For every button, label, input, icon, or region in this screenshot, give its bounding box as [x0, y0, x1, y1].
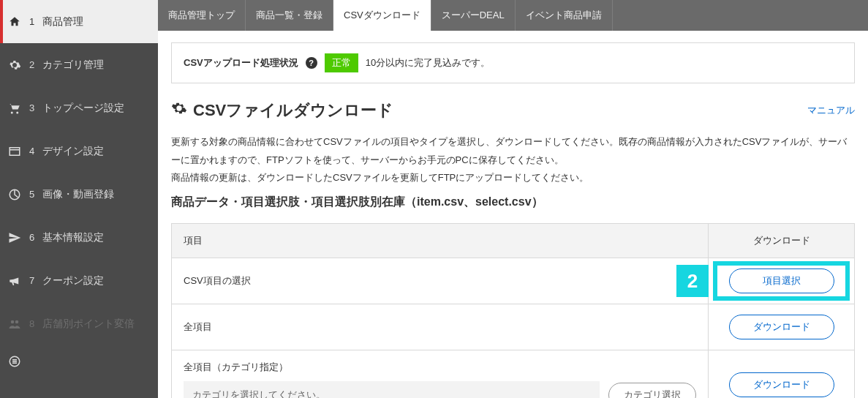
sidebar-item-num: 1 [29, 16, 42, 27]
tab-イベント商品申請[interactable]: イベント商品申請 [516, 0, 613, 31]
table-row: 全項目ダウンロード [172, 304, 855, 350]
upload-status-label: CSVアップロード処理状況 [184, 56, 298, 70]
sidebar-item-num: 6 [29, 232, 42, 243]
table-body: CSV項目の選択項目選択2全項目ダウンロード全項目（カテゴリ指定）カテゴリを選択… [172, 258, 855, 398]
sidebar: 1商品管理2カテゴリ管理3トップページ設定4デザイン設定5画像・動画登録6基本情… [0, 0, 158, 398]
upload-status-box: CSVアップロード処理状況 ? 正常 10分以内に完了見込みです。 [171, 42, 855, 83]
tab-スーパーDEAL[interactable]: スーパーDEAL [431, 0, 516, 31]
svg-point-1 [11, 320, 15, 323]
manual-link[interactable]: マニュアル [807, 104, 855, 117]
sidebar-item-label: クーポン設定 [42, 274, 104, 288]
chart-icon [0, 188, 29, 201]
sidebar-item-基本情報設定[interactable]: 6基本情報設定 [0, 216, 158, 259]
table-row: 全項目（カテゴリ指定）カテゴリを選択してください。カテゴリ選択ダウンロード [172, 350, 855, 398]
sidebar-item-label: デザイン設定 [42, 145, 104, 158]
table-header-item: 項目 [172, 224, 709, 258]
description: 更新する対象の商品情報に合わせてCSVファイルの項目やタイプを選択し、ダウンロー… [171, 133, 855, 187]
page-title-text: CSVファイルダウンロード [193, 100, 393, 121]
svg-point-2 [15, 320, 19, 323]
row-action-cell: ダウンロード [709, 350, 855, 398]
category-select-button[interactable]: カテゴリ選択 [608, 383, 696, 398]
sidebar-item-num: 2 [29, 59, 42, 70]
tab-CSVダウンロード[interactable]: CSVダウンロード [333, 0, 431, 31]
row-label-cell: 全項目 [172, 304, 709, 350]
sidebar-item-num: 8 [29, 318, 42, 329]
sidebar-item-トップページ設定[interactable]: 3トップページ設定 [0, 86, 158, 129]
row-action-cell: 項目選択2 [709, 258, 855, 304]
sidebar-item-label: カテゴリ管理 [42, 59, 104, 72]
sidebar-item-デザイン設定[interactable]: 4デザイン設定 [0, 129, 158, 173]
tab-商品管理トップ[interactable]: 商品管理トップ [158, 0, 246, 31]
sidebar-item-画像・動画登録[interactable]: 5画像・動画登録 [0, 173, 158, 216]
gear-icon [0, 59, 29, 72]
sidebar-item-more[interactable] [0, 345, 158, 378]
download-button[interactable]: ダウンロード [729, 315, 834, 339]
page-title: CSVファイルダウンロード [171, 100, 393, 121]
category-input[interactable]: カテゴリを選択してください。 [184, 381, 600, 398]
list-icon [0, 355, 29, 368]
sidebar-item-label: 商品管理 [42, 15, 83, 29]
select-fields-button[interactable]: 項目選択 [729, 269, 834, 293]
sidebar-item-クーポン設定[interactable]: 7クーポン設定 [0, 259, 158, 302]
sidebar-item-label: 画像・動画登録 [42, 188, 114, 201]
window-icon [0, 145, 29, 158]
content: CSVアップロード処理状況 ? 正常 10分以内に完了見込みです。 CSVファイ… [158, 31, 868, 398]
highlight-number: 2 [676, 265, 709, 297]
row-label: 全項目（カテゴリ指定） [184, 361, 696, 374]
sidebar-item-num: 4 [29, 146, 42, 157]
heading-row: CSVファイルダウンロード マニュアル [171, 100, 855, 121]
sidebar-item-num: 7 [29, 275, 42, 286]
sidebar-item-カテゴリ管理[interactable]: 2カテゴリ管理 [0, 43, 158, 86]
gear-icon [171, 100, 187, 121]
download-button[interactable]: ダウンロード [729, 372, 834, 397]
sidebar-item-商品管理[interactable]: 1商品管理 [0, 0, 158, 43]
table-header-action: ダウンロード [709, 224, 855, 258]
send-icon [0, 231, 29, 244]
users-icon [0, 318, 29, 331]
row-label-cell: CSV項目の選択 [172, 258, 709, 304]
main: 商品管理トップ商品一覧・登録CSVダウンロードスーパーDEALイベント商品申請 … [158, 0, 868, 398]
status-badge: 正常 [325, 53, 358, 72]
tab-商品一覧・登録[interactable]: 商品一覧・登録 [246, 0, 333, 31]
download-table: 項目 ダウンロード CSV項目の選択項目選択2全項目ダウンロード全項目（カテゴリ… [171, 223, 855, 398]
subheading: 商品データ・項目選択肢・項目選択肢別在庫（item.csv、select.csv… [171, 195, 855, 210]
row-label-cell: 全項目（カテゴリ指定）カテゴリを選択してください。カテゴリ選択 [172, 350, 709, 398]
tab-bar: 商品管理トップ商品一覧・登録CSVダウンロードスーパーDEALイベント商品申請 [158, 0, 868, 31]
sidebar-item-label: トップページ設定 [42, 102, 124, 115]
table-row: CSV項目の選択項目選択2 [172, 258, 855, 304]
status-message: 10分以内に完了見込みです。 [366, 56, 490, 70]
sidebar-item-num: 5 [29, 189, 42, 200]
cart-icon [0, 102, 29, 115]
row-action-cell: ダウンロード [709, 304, 855, 350]
help-icon[interactable]: ? [306, 57, 317, 69]
sidebar-item-label: 店舗別ポイント変倍 [42, 318, 135, 331]
sidebar-item-num: 3 [29, 102, 42, 113]
sidebar-item-label: 基本情報設定 [42, 231, 104, 244]
sidebar-item-店舗別ポイント変倍[interactable]: 8店舗別ポイント変倍 [0, 302, 158, 345]
megaphone-icon [0, 274, 29, 288]
home-icon [0, 15, 29, 29]
